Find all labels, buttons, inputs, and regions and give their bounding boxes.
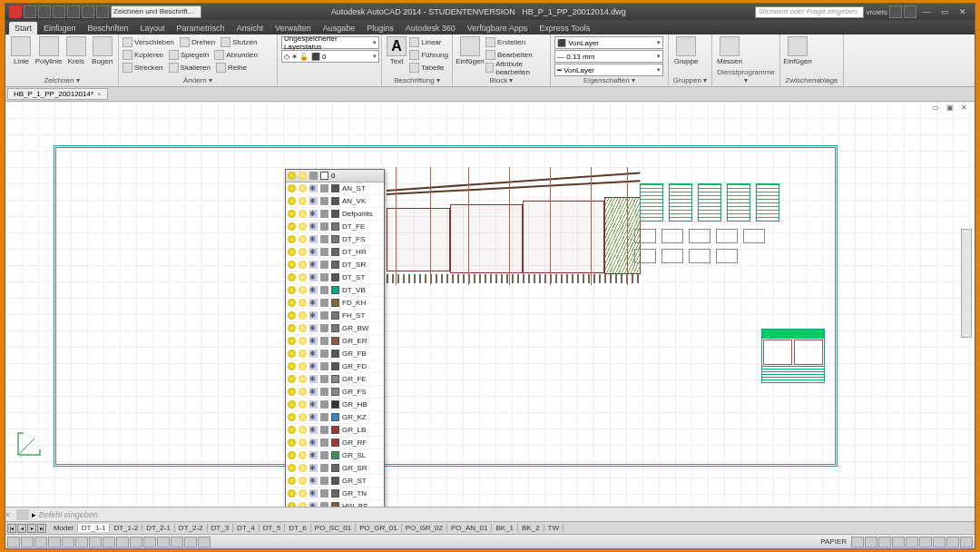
qat-print-icon[interactable] (96, 5, 109, 18)
layout-tab[interactable]: DT_1-2 (110, 524, 142, 532)
color-swatch[interactable] (331, 248, 339, 256)
layer-row[interactable]: ❄GR_RF (286, 437, 384, 449)
lock-icon[interactable] (320, 477, 328, 485)
layer-row[interactable]: ❄AN_ST (286, 182, 384, 195)
status-lock-icon[interactable] (919, 537, 932, 547)
skalieren-button[interactable]: Skalieren (169, 62, 211, 74)
status-dyn-icon[interactable] (130, 537, 142, 547)
qat-undo-icon[interactable] (67, 5, 80, 18)
bulb-icon[interactable] (288, 439, 296, 447)
layer-row[interactable]: ❄GR_ST (286, 475, 384, 488)
panel-label-aendern[interactable]: Ändern ▾ (122, 76, 273, 84)
help-icon[interactable] (904, 5, 916, 18)
cmd-close-icon[interactable]: × (5, 510, 10, 519)
property-combo-2[interactable]: ━ VonLayer▾ (554, 64, 663, 76)
ribbon-tab-verwalten[interactable]: Verwalten (270, 22, 317, 34)
ribbon-tab-ausgabe[interactable]: Ausgabe (318, 22, 361, 34)
layer-row[interactable]: ❄GR_TN (286, 488, 384, 500)
status-grid-icon[interactable] (34, 537, 47, 547)
layer-row[interactable]: ❄HW_BS (286, 500, 384, 507)
help-search-input[interactable]: Stichwort oder Frage eingeben (755, 6, 864, 18)
text-button[interactable]: AText (386, 36, 407, 65)
status-lwt-icon[interactable] (143, 537, 156, 547)
vpfreeze-icon[interactable]: ❄ (309, 337, 318, 345)
vpfreeze-icon[interactable]: ❄ (309, 477, 318, 485)
ribbon-tab-autodesk 360[interactable]: Autodesk 360 (400, 22, 461, 34)
vpfreeze-icon[interactable]: ❄ (309, 502, 318, 507)
bulb-icon[interactable] (288, 464, 296, 472)
freeze-icon[interactable] (299, 273, 307, 281)
freeze-icon[interactable] (299, 248, 307, 256)
layer-state-combo[interactable]: Ungespeicherter Layerstatus▾ (281, 36, 379, 49)
lock-icon[interactable] (320, 489, 328, 498)
freeze-icon[interactable] (299, 350, 307, 358)
color-swatch[interactable] (331, 261, 339, 269)
vpfreeze-icon[interactable]: ❄ (309, 464, 318, 472)
freeze-icon[interactable] (299, 235, 307, 243)
status-polar-icon[interactable] (62, 537, 74, 547)
layer-row[interactable]: ❄GR_SR (286, 462, 384, 475)
spiegeln-button[interactable]: Spiegeln (169, 49, 209, 61)
stutzen-button[interactable]: Stutzen (220, 36, 257, 48)
layout-tab[interactable]: PO_SC_01 (311, 524, 356, 532)
panel-label-zeichnen[interactable]: Zeichnen ▾ (9, 76, 114, 84)
freeze-icon[interactable] (299, 464, 307, 472)
layer-row[interactable]: ❄GR_KZ (286, 411, 384, 424)
exchange-icon[interactable] (889, 5, 902, 18)
color-swatch[interactable] (331, 210, 339, 218)
vpfreeze-icon[interactable]: ❄ (309, 286, 318, 294)
lock-icon[interactable] (320, 261, 328, 269)
property-combo-1[interactable]: — 0.13 mm▾ (554, 50, 663, 63)
status-sc-icon[interactable] (184, 537, 197, 547)
vpfreeze-icon[interactable]: ❄ (309, 439, 318, 447)
color-swatch[interactable] (331, 324, 339, 332)
bulb-icon[interactable] (288, 413, 296, 421)
maximize-button[interactable]: ▭ (936, 5, 953, 18)
status-clean-icon[interactable] (960, 537, 973, 547)
block-erstellen-button[interactable]: Erstellen (485, 36, 546, 48)
lock-icon[interactable] (320, 413, 328, 421)
status-3dosnap-icon[interactable] (89, 537, 102, 547)
command-line[interactable]: × ▸ Befehl eingeben (5, 507, 975, 521)
color-swatch[interactable] (331, 235, 339, 243)
vpfreeze-icon[interactable]: ❄ (309, 222, 318, 231)
layer-row[interactable]: ❄GR_ER (286, 335, 384, 348)
status-iso-icon[interactable] (946, 537, 959, 547)
bulb-icon[interactable] (288, 235, 296, 243)
color-swatch[interactable] (331, 477, 339, 485)
layer-row[interactable]: ❄AN_VK (286, 195, 384, 208)
layout-tab[interactable]: BK_1 (492, 524, 518, 532)
vpfreeze-icon[interactable]: ❄ (309, 311, 318, 320)
color-swatch[interactable] (331, 400, 339, 409)
lock-icon[interactable] (320, 210, 328, 218)
color-swatch[interactable] (331, 439, 339, 447)
drawing-canvas[interactable]: ▭ ▣ ✕ (5, 102, 975, 507)
lock-icon[interactable] (320, 273, 328, 281)
layout-tab[interactable]: DT_1-1 (78, 524, 111, 532)
color-swatch[interactable] (331, 222, 339, 231)
lock-icon[interactable] (320, 248, 328, 256)
ribbon-tab-beschriften[interactable]: Beschriften (83, 22, 134, 34)
bulb-icon[interactable] (288, 337, 296, 345)
ribbon-tab-parametrisch[interactable]: Parametrisch (172, 22, 230, 34)
bulb-icon[interactable] (288, 197, 296, 205)
bulb-icon[interactable] (288, 184, 296, 192)
tab-nav-next[interactable]: ▸ (27, 524, 36, 533)
tab-nav-prev[interactable]: ◂ (17, 524, 26, 533)
viewport-controls[interactable]: ▭ ▣ ✕ (932, 104, 970, 112)
layer-row[interactable]: ❄GR_BW (286, 322, 384, 335)
strecken-button[interactable]: Strecken (122, 62, 163, 74)
freeze-icon[interactable] (299, 324, 307, 332)
vpfreeze-icon[interactable]: ❄ (309, 388, 318, 396)
layout-tab[interactable]: Model (50, 524, 78, 532)
vpfreeze-icon[interactable]: ❄ (309, 362, 318, 370)
color-swatch[interactable] (331, 451, 339, 459)
freeze-icon[interactable] (299, 375, 307, 383)
freeze-icon[interactable] (299, 439, 307, 447)
kreis-button[interactable]: Kreis (64, 36, 89, 65)
lock-icon[interactable] (320, 337, 328, 345)
layer-row[interactable]: ❄DT_HR (286, 246, 384, 259)
lock-icon[interactable] (320, 464, 328, 472)
layer-row[interactable]: ❄GR_FB (286, 348, 384, 360)
layer-row[interactable]: ❄GR_FD (286, 360, 384, 373)
